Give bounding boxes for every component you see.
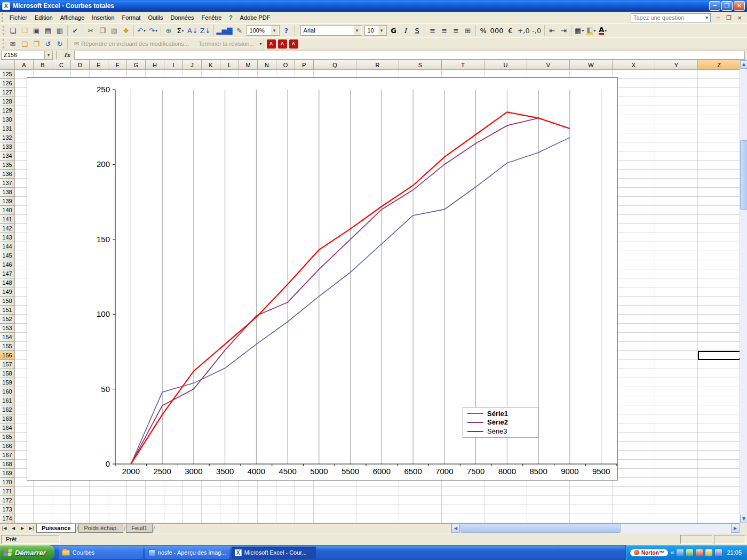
column-header-p[interactable]: P [295, 60, 314, 70]
row-header-145[interactable]: 145 [0, 251, 15, 260]
row-header-160[interactable]: 160 [0, 387, 15, 396]
column-header-x[interactable]: X [613, 60, 655, 70]
column-header-m[interactable]: M [239, 60, 258, 70]
row-header-168[interactable]: 168 [0, 460, 15, 469]
row-header-135[interactable]: 135 [0, 161, 15, 170]
tray-icon-messenger[interactable] [705, 549, 712, 556]
column-header-u[interactable]: U [484, 60, 527, 70]
column-header-t[interactable]: T [442, 60, 484, 70]
row-header-143[interactable]: 143 [0, 233, 15, 242]
row-header-131[interactable]: 131 [0, 124, 15, 133]
convert-to-adobe-pdf-icon[interactable]: A [267, 39, 276, 49]
workbook-restore-button[interactable]: ❐ [725, 14, 733, 21]
row-header-163[interactable]: 163 [0, 414, 15, 423]
maximize-button[interactable]: ❐ [721, 1, 733, 11]
show-comments-icon[interactable]: ❐ [30, 38, 42, 50]
tray-icon-antivirus[interactable] [696, 549, 703, 556]
menu-fichier[interactable]: Fichier [6, 12, 31, 23]
end-review-button[interactable]: Terminer la révision... [194, 38, 259, 49]
row-header-153[interactable]: 153 [0, 324, 15, 333]
select-all-corner[interactable] [0, 60, 15, 70]
column-header-w[interactable]: W [570, 60, 613, 70]
row-header-148[interactable]: 148 [0, 278, 15, 287]
column-header-r[interactable]: R [356, 60, 399, 70]
row-header-147[interactable]: 147 [0, 269, 15, 278]
spelling-icon[interactable]: ✔ [69, 25, 81, 36]
autosum-icon[interactable]: Σ▾ [174, 25, 186, 36]
chart-wizard-icon[interactable]: ▂▅▇ [216, 25, 234, 36]
row-header-151[interactable]: 151 [0, 306, 15, 315]
column-header-i[interactable]: I [164, 60, 183, 70]
fill-color-icon[interactable]: ◧▾ [585, 25, 597, 36]
row-header-139[interactable]: 139 [0, 197, 15, 206]
menu-edition[interactable]: Edition [31, 12, 57, 23]
tray-chevron-icon[interactable]: « [671, 549, 674, 556]
open-icon[interactable]: ❒ [19, 25, 30, 36]
legend-item-s-rie2[interactable]: Série2 [467, 418, 534, 426]
menu-donn-es[interactable]: Données [167, 12, 198, 23]
row-header-166[interactable]: 166 [0, 442, 15, 451]
row-header-173[interactable]: 173 [0, 505, 15, 514]
tab-nav-icon-3[interactable]: ▶| [27, 524, 36, 533]
row-header-164[interactable]: 164 [0, 423, 15, 433]
convert-and-send-for-review-icon[interactable]: A [289, 39, 298, 49]
formula-input[interactable] [74, 51, 745, 60]
convert-and-email-pdf-icon[interactable]: A [278, 39, 287, 49]
tray-icon-network[interactable] [686, 549, 693, 556]
horizontal-scroll-thumb[interactable] [460, 524, 621, 533]
row-header-128[interactable]: 128 [0, 97, 15, 106]
row-header-142[interactable]: 142 [0, 224, 15, 233]
tray-icon-display[interactable] [677, 549, 684, 556]
row-header-158[interactable]: 158 [0, 369, 15, 378]
insert-function-button[interactable]: fx [60, 52, 74, 59]
tab-nav-icon-2[interactable]: ▶ [18, 524, 27, 533]
column-header-f[interactable]: F [108, 60, 127, 70]
workbook-close-button[interactable]: × [735, 14, 744, 21]
column-header-q[interactable]: Q [314, 60, 356, 70]
align-center-icon[interactable]: ≡ [439, 25, 450, 36]
format-painter-icon[interactable]: ❖ [120, 25, 132, 36]
new-comment-icon[interactable]: ❏ [19, 38, 30, 50]
column-header-s[interactable]: S [399, 60, 442, 70]
vertical-scroll-thumb[interactable] [740, 140, 747, 210]
column-header-h[interactable]: H [146, 60, 164, 70]
menu-insertion[interactable]: Insertion [88, 12, 118, 23]
row-header-155[interactable]: 155 [0, 342, 15, 351]
row-header-146[interactable]: 146 [0, 260, 15, 269]
column-header-g[interactable]: G [127, 60, 146, 70]
row-header-132[interactable]: 132 [0, 133, 15, 142]
euro-icon[interactable]: € [504, 25, 516, 36]
insert-hyperlink-icon[interactable]: ⊕ [163, 25, 174, 36]
help-icon[interactable]: ? [281, 25, 292, 36]
increase-decimal-icon[interactable]: +,0 [516, 25, 530, 36]
row-header-149[interactable]: 149 [0, 287, 15, 297]
scroll-up-icon[interactable]: ▲ [740, 60, 747, 69]
row-header-162[interactable]: 162 [0, 405, 15, 414]
row-header-137[interactable]: 137 [0, 179, 15, 188]
row-header-172[interactable]: 172 [0, 496, 15, 505]
column-header-l[interactable]: L [220, 60, 239, 70]
scroll-left-icon[interactable]: ◀ [451, 524, 460, 533]
row-header-171[interactable]: 171 [0, 487, 15, 496]
scroll-right-icon[interactable]: ▶ [731, 524, 740, 533]
row-header-154[interactable]: 154 [0, 333, 15, 342]
reply-with-changes-button[interactable]: ✉ Répondre en incluant des modifications… [69, 38, 194, 49]
zoom-dropdown-icon[interactable]: ▾ [271, 26, 278, 35]
zoom-combo[interactable]: 100% ▾ [247, 25, 280, 36]
task-button-nosfe-aper-u-des-imag[interactable]: nosfe - Aperçu des imag... [145, 547, 229, 559]
column-header-v[interactable]: V [527, 60, 570, 70]
row-header-130[interactable]: 130 [0, 115, 15, 124]
row-header-150[interactable]: 150 [0, 297, 15, 306]
sort-ascending-icon[interactable]: A↓ [186, 25, 199, 36]
task-button-courbes[interactable]: Courbes [59, 547, 143, 559]
decrease-decimal-icon[interactable]: -,0 [531, 25, 543, 36]
legend-item-s-rie1[interactable]: Série1 [467, 410, 534, 418]
paste-icon[interactable]: ▧ [108, 25, 120, 36]
menu-fen-tre[interactable]: Fenêtre [198, 12, 226, 23]
update-file-icon[interactable]: ↺ [42, 38, 54, 50]
row-header-167[interactable]: 167 [0, 451, 15, 460]
column-header-a[interactable]: A [15, 60, 34, 70]
menu-affichage[interactable]: Affichage [57, 12, 89, 23]
sheet-tab-poids-chap[interactable]: Poids échap. [78, 524, 123, 533]
column-header-e[interactable]: E [90, 60, 108, 70]
